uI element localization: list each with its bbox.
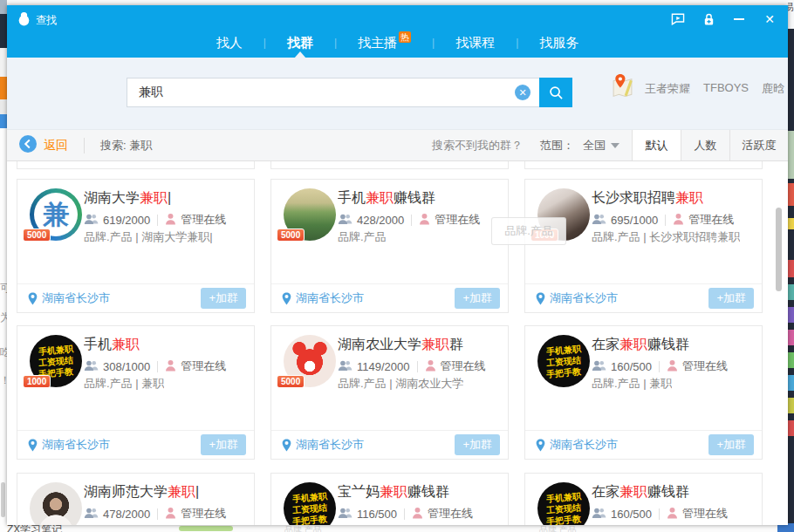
tab-find-groups[interactable]: 找群: [266, 35, 334, 51]
join-group-button[interactable]: +加群: [455, 434, 500, 455]
bg-fragment: [0, 99, 7, 114]
group-tags: 品牌.产品 | 兼职: [592, 376, 672, 392]
tab-find-streamers[interactable]: 找主播热: [337, 35, 432, 51]
sort-tab-activity[interactable]: 活跃度: [730, 130, 788, 160]
back-button[interactable]: 返回: [44, 138, 68, 153]
window-controls: ✕: [670, 12, 777, 26]
group-capacity-badge: 5000: [23, 228, 51, 242]
group-card[interactable]: 湖南师范大学兼职| 478/2000 管理在线 +加群: [17, 473, 255, 525]
admin-status: 管理在线: [682, 506, 728, 522]
bg-text-fragment: 吃: [0, 345, 7, 360]
bg-fragment: [0, 14, 7, 48]
group-card[interactable]: 手机兼职工资现结手把手教 在家兼职赚钱群 160/500 管理在线 品牌.产品 …: [524, 325, 763, 460]
join-group-button[interactable]: +加群: [201, 434, 246, 455]
scrollbar-thumb[interactable]: [776, 208, 782, 291]
admin-online-icon: [165, 507, 176, 522]
search-button[interactable]: [539, 78, 572, 107]
group-avatar: 手机兼职工资现结手把手教: [537, 335, 590, 387]
close-button[interactable]: ✕: [762, 12, 777, 26]
admin-online-icon: [165, 213, 176, 228]
group-tags: 品牌.产品: [338, 229, 387, 245]
group-capacity-badge: 1000: [23, 375, 51, 388]
join-group-button[interactable]: +加群: [201, 288, 246, 309]
group-card[interactable]: 5000 手机兼职赚钱群 428/2000 管理在线 品牌.产品 湖南省长沙市 …: [270, 179, 509, 313]
hot-badge: 热: [399, 31, 411, 43]
bg-blue-corner: [777, 525, 788, 532]
location-pin-icon: [28, 292, 38, 305]
members-icon: [592, 359, 606, 374]
category-tabs: 找人 | 找群 | 找主播热 | 找课程 | 找服务: [7, 28, 788, 58]
admin-status: 管理在线: [435, 212, 480, 228]
admin-status: 管理在线: [428, 506, 473, 522]
join-group-button[interactable]: +加群: [708, 434, 754, 455]
scope-dropdown[interactable]: 全国: [583, 138, 606, 153]
window-identity: 查找: [17, 11, 57, 29]
group-title: 湖南农业大学兼职群: [338, 336, 463, 354]
group-avatar: [30, 482, 82, 525]
group-card[interactable]: 手机兼职工资现结手把手教 1000 手机兼职 308/1000 管理在线 品牌.…: [17, 325, 255, 460]
group-meta: 619/2000 管理在线: [84, 212, 226, 228]
hot-word[interactable]: 王者荣耀: [645, 81, 690, 97]
members-icon: [592, 213, 606, 228]
group-card[interactable]: 手机兼职工资现结手把手教 宝䒑妈兼职赚钱群 116/500 管理在线 +加群: [270, 473, 509, 525]
group-location: 湖南省长沙市: [28, 437, 110, 453]
members-icon: [338, 359, 353, 374]
background-right-strip: 易: [788, 0, 794, 532]
card-footer: 湖南省长沙市 +加群: [525, 283, 762, 312]
join-group-button[interactable]: +加群: [455, 288, 500, 309]
group-location: 湖南省长沙市: [282, 290, 364, 306]
background-left-strip: 可 为 吃 ！: [0, 0, 7, 532]
bg-fragment: [0, 48, 7, 77]
cannot-find-group-link[interactable]: 搜索不到我的群？: [432, 138, 523, 153]
group-title: 在家兼职赚钱群: [592, 483, 689, 501]
members-icon: [592, 507, 606, 522]
sort-tab-default[interactable]: 默认: [633, 130, 681, 160]
sort-tab-members[interactable]: 人数: [681, 130, 730, 160]
security-lock-icon[interactable]: [701, 12, 716, 26]
location-pin-icon: [282, 292, 291, 305]
clear-search-icon[interactable]: ✕: [515, 85, 530, 100]
group-title: 在家兼职赚钱群: [592, 336, 689, 354]
hot-word[interactable]: 鹿晗: [762, 81, 784, 97]
bg-text-fragment: 可: [0, 281, 7, 296]
group-location: 湖南省长沙市: [536, 437, 618, 453]
bg-fragment: [788, 307, 794, 323]
group-location: 湖南省长沙市: [28, 290, 110, 306]
group-title: 手机兼职赚钱群: [338, 189, 435, 208]
bg-fragment: [788, 420, 794, 436]
group-card[interactable]: 1000 长沙求职招聘兼职 695/1000 管理在线 品牌.产品 | 长沙求职…: [524, 179, 763, 313]
partial-card-stub: [524, 161, 763, 169]
admin-status: 管理在线: [682, 358, 728, 374]
member-count: 695/1000: [611, 214, 658, 227]
feedback-icon[interactable]: [670, 12, 686, 26]
search-input[interactable]: [127, 78, 539, 107]
admin-status: 管理在线: [441, 358, 486, 374]
group-card[interactable]: 兼 5000 湖南大学兼职| 619/2000 管理在线 品牌.产品 | 湖南大…: [17, 179, 255, 313]
scope-label: 范围：: [540, 138, 574, 153]
group-location: 湖南省长沙市: [536, 290, 618, 306]
group-tags: 品牌.产品 | 湖南大学兼职|: [84, 229, 213, 245]
tab-find-services[interactable]: 找服务: [518, 35, 599, 51]
group-avatar: 手机兼职工资现结手把手教: [284, 482, 336, 525]
group-title: 湖南师范大学兼职|: [84, 483, 199, 501]
group-card[interactable]: 5000 湖南农业大学兼职群 1149/2000 管理在线 品牌.产品 | 湖南…: [270, 325, 509, 460]
tab-find-people[interactable]: 找人: [195, 35, 264, 51]
current-query-label: 搜索: 兼职: [100, 138, 152, 153]
tab-find-courses[interactable]: 找课程: [435, 35, 516, 51]
location-pin-icon: [28, 439, 38, 452]
group-meta: 428/2000 管理在线: [338, 212, 480, 228]
chevron-down-icon[interactable]: [611, 143, 619, 148]
group-meta: 116/500 管理在线: [338, 506, 473, 522]
minimize-button[interactable]: [731, 12, 747, 26]
bg-fragment: [788, 131, 794, 179]
member-count: 478/2000: [103, 508, 150, 521]
bg-ghost-text: 品牌.产品: [539, 525, 577, 532]
admin-online-icon: [673, 213, 684, 228]
join-group-button[interactable]: +加群: [708, 288, 754, 309]
group-card[interactable]: 手机兼职工资现结手把手教 在家兼职赚钱群 160/500 管理在线 +加群: [524, 473, 763, 525]
results-toolbar: 返回 搜索: 兼职 搜索不到我的群？ 范围： 全国 默认 人数 活跃度: [7, 129, 788, 161]
hot-word[interactable]: TFBOYS: [703, 81, 749, 97]
members-icon: [84, 213, 99, 228]
qq-penguin-icon: [17, 11, 31, 29]
back-arrow-icon[interactable]: [19, 135, 37, 156]
